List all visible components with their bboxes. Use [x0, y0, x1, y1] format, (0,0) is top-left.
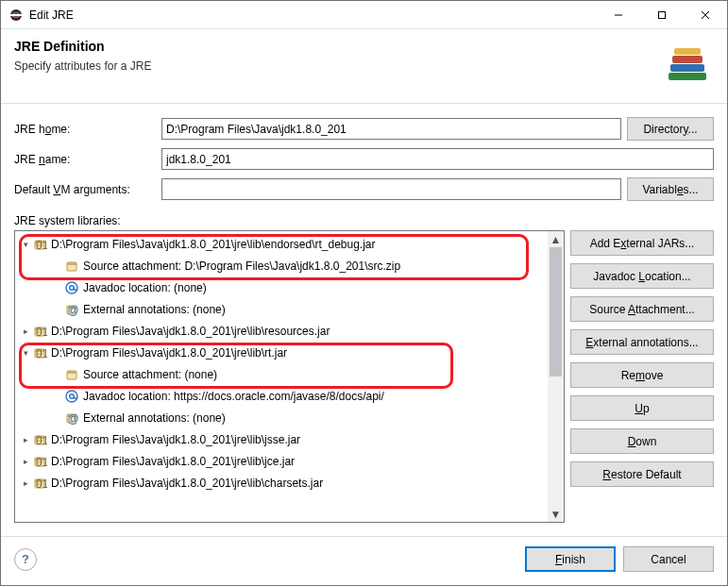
ann-icon: @ [64, 302, 79, 317]
tree-jar-node[interactable]: ▾010D:\Program Files\Java\jdk1.8.0_201\j… [17, 233, 546, 255]
svg-rect-10 [674, 48, 701, 55]
edit-jre-dialog: Edit JRE JRE Definition Specify attribut… [0, 0, 728, 586]
svg-rect-9 [672, 56, 703, 63]
tree-twisty-icon[interactable]: ▸ [19, 435, 32, 444]
close-button[interactable] [684, 1, 727, 29]
jre-libraries-tree[interactable]: ▾010D:\Program Files\Java\jdk1.8.0_201\j… [14, 230, 565, 523]
tree-jar-node[interactable]: ▸010D:\Program Files\Java\jdk1.8.0_201\j… [17, 472, 546, 494]
tree-child-node[interactable]: Javadoc location: https://docs.oracle.co… [17, 385, 546, 407]
remove-button[interactable]: Remove [570, 362, 714, 388]
tree-child-node[interactable]: Javadoc location: (none) [17, 276, 546, 298]
svg-text:010: 010 [36, 239, 47, 252]
jar-icon: 010 [32, 454, 47, 469]
tree-node-label: External annotations: (none) [83, 303, 226, 316]
minimize-button[interactable] [597, 1, 640, 29]
svg-point-17 [66, 282, 77, 293]
window-title: Edit JRE [29, 8, 597, 22]
tree-node-label: D:\Program Files\Java\jdk1.8.0_201\jre\l… [51, 325, 330, 338]
jre-home-input[interactable] [161, 118, 621, 140]
tree-node-label: Source attachment: (none) [83, 368, 217, 381]
tree-child-node[interactable]: Source attachment: (none) [17, 363, 546, 385]
javadoc-location-button[interactable]: Javadoc Location... [570, 263, 714, 289]
tree-twisty-icon[interactable]: ▾ [19, 240, 32, 249]
tree-node-label: Javadoc location: (none) [83, 281, 207, 294]
header-image-books-icon [661, 39, 714, 92]
syslib-label: JRE system libraries: [14, 214, 714, 227]
help-button[interactable]: ? [14, 548, 37, 571]
directory-button[interactable]: Directory... [627, 117, 714, 141]
tree-node-label: Javadoc location: https://docs.oracle.co… [83, 390, 384, 403]
scroll-up-icon[interactable]: ▲ [548, 231, 564, 247]
jre-name-input[interactable] [161, 148, 714, 170]
restore-default-button[interactable]: Restore Default [570, 461, 714, 487]
tree-node-label: Source attachment: D:\Program Files\Java… [83, 260, 400, 273]
at-icon [64, 280, 79, 295]
svg-text:010: 010 [36, 434, 47, 447]
tree-jar-node[interactable]: ▸010D:\Program Files\Java\jdk1.8.0_201\j… [17, 428, 546, 450]
tree-twisty-icon[interactable]: ▸ [19, 478, 32, 488]
tree-node-label: D:\Program Files\Java\jdk1.8.0_201\jre\l… [51, 433, 300, 446]
svg-text:010: 010 [36, 456, 47, 469]
at-icon [64, 389, 79, 404]
svg-text:@: @ [68, 304, 79, 317]
cancel-button[interactable]: Cancel [623, 546, 714, 572]
tree-node-label: External annotations: (none) [83, 411, 226, 425]
up-button[interactable]: Up [570, 395, 714, 421]
tree-node-label: D:\Program Files\Java\jdk1.8.0_201\jre\l… [51, 477, 323, 490]
eclipse-icon [8, 8, 24, 23]
default-vm-label: Default VM arguments: [14, 183, 156, 196]
tree-twisty-icon[interactable]: ▸ [19, 326, 32, 336]
down-button[interactable]: Down [570, 428, 714, 454]
jar-icon: 010 [32, 432, 47, 447]
scroll-down-icon[interactable]: ▼ [548, 506, 564, 522]
tree-jar-node[interactable]: ▾010D:\Program Files\Java\jdk1.8.0_201\j… [17, 342, 546, 363]
variables-button[interactable]: Variables... [627, 177, 714, 201]
tree-node-label: D:\Program Files\Java\jdk1.8.0_201\jre\l… [51, 455, 295, 468]
maximize-button[interactable] [640, 1, 684, 29]
src-icon [64, 367, 79, 382]
header-subtitle: Specify attributes for a JRE [14, 59, 650, 73]
tree-child-node[interactable]: Source attachment: D:\Program Files\Java… [17, 255, 546, 276]
titlebar: Edit JRE [1, 1, 727, 29]
add-external-jars-button[interactable]: Add External JARs... [570, 230, 714, 256]
tree-child-node[interactable]: @External annotations: (none) [17, 407, 546, 428]
jar-icon: 010 [32, 476, 47, 491]
svg-rect-4 [659, 11, 666, 18]
source-attachment-button[interactable]: Source Attachment... [570, 296, 714, 322]
finish-button[interactable]: Finish [525, 546, 616, 572]
tree-node-label: D:\Program Files\Java\jdk1.8.0_201\jre\l… [51, 238, 376, 251]
jar-icon: 010 [32, 237, 47, 252]
dialog-footer: ? Finish Cancel [1, 536, 727, 585]
jre-name-label: JRE name: [14, 153, 156, 166]
svg-rect-8 [670, 64, 704, 72]
tree-child-node[interactable]: @External annotations: (none) [17, 298, 546, 320]
tree-jar-node[interactable]: ▸010D:\Program Files\Java\jdk1.8.0_201\j… [17, 450, 546, 472]
header-title: JRE Definition [14, 39, 650, 54]
scroll-thumb[interactable] [550, 247, 562, 377]
ann-icon: @ [64, 410, 79, 426]
svg-rect-31 [67, 371, 76, 374]
jar-icon: 010 [32, 345, 47, 360]
jre-home-label: JRE home: [14, 123, 156, 136]
src-icon [64, 259, 79, 274]
svg-rect-7 [669, 73, 706, 80]
tree-twisty-icon[interactable]: ▾ [19, 348, 32, 358]
dialog-header: JRE Definition Specify attributes for a … [1, 29, 727, 104]
tree-scrollbar[interactable]: ▲ ▼ [548, 231, 564, 522]
svg-point-32 [66, 391, 77, 402]
svg-text:@: @ [68, 412, 79, 426]
external-annotations-button[interactable]: External annotations... [570, 329, 714, 355]
svg-text:010: 010 [36, 477, 47, 491]
tree-node-label: D:\Program Files\Java\jdk1.8.0_201\jre\l… [51, 346, 287, 360]
default-vm-input[interactable] [161, 178, 621, 200]
tree-twisty-icon[interactable]: ▸ [19, 457, 32, 466]
svg-text:010: 010 [36, 326, 47, 339]
tree-jar-node[interactable]: ▸010D:\Program Files\Java\jdk1.8.0_201\j… [17, 320, 546, 342]
svg-rect-2 [10, 14, 22, 16]
svg-text:010: 010 [36, 347, 47, 360]
jar-icon: 010 [32, 324, 47, 339]
svg-rect-16 [67, 262, 76, 265]
